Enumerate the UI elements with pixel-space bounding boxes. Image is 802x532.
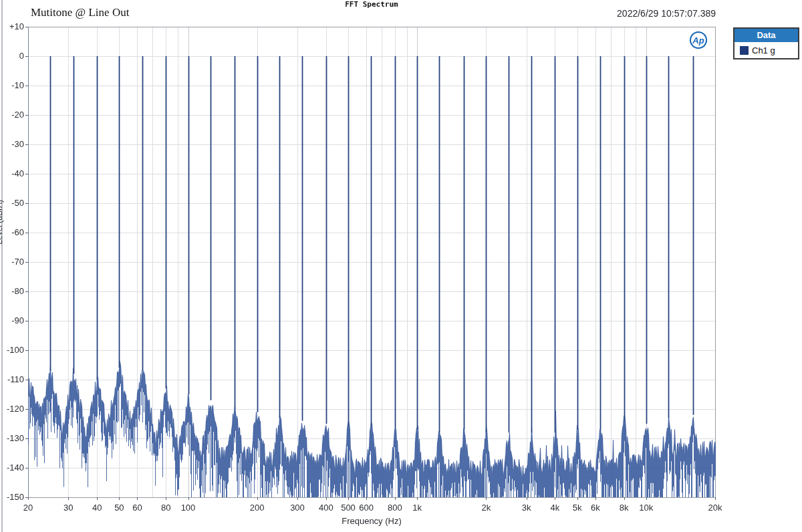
trace-color-swatch-icon — [740, 46, 749, 55]
timestamp: 2022/6/29 10:57:07.389 — [617, 8, 716, 19]
fft-spectrum-window: { "header": { "annotation": "Mutitone @ … — [0, 0, 802, 532]
y-tick-label: -110 — [0, 375, 24, 384]
y-tick-label: -130 — [0, 434, 24, 443]
legend-entry-ch1[interactable]: Ch1 g — [734, 42, 798, 58]
spectrum-plot-area[interactable] — [0, 0, 802, 532]
x-tick-label: 100 — [168, 503, 209, 513]
x-tick-label: 20k — [695, 503, 735, 513]
y-tick-label: -100 — [0, 346, 24, 355]
x-tick-label: 1k — [397, 503, 437, 513]
ap-logo-text: Ap — [692, 35, 704, 45]
y-tick-label: -40 — [0, 169, 24, 178]
y-tick-label: -90 — [0, 316, 24, 325]
y-tick-label: -150 — [0, 493, 24, 502]
x-tick-label: 20 — [8, 503, 48, 513]
page-title: FFT Spectrum — [28, 0, 715, 9]
y-tick-label: -60 — [0, 228, 24, 237]
legend-entry-label: Ch1 g — [752, 45, 775, 55]
y-tick-label: -70 — [0, 257, 24, 267]
x-tick-label: 10k — [626, 503, 666, 513]
y-tick-label: -80 — [0, 287, 24, 296]
x-tick-label: 200 — [237, 503, 277, 513]
ap-logo-icon: Ap — [690, 31, 707, 49]
y-tick-label: -50 — [0, 198, 24, 208]
y-tick-label: -140 — [0, 463, 24, 473]
legend-box: Data Ch1 g — [733, 27, 799, 59]
y-tick-label: +10 — [0, 22, 24, 31]
y-tick-label: -120 — [0, 404, 24, 414]
y-tick-label: -30 — [0, 140, 24, 149]
y-tick-label: -10 — [0, 81, 24, 90]
x-tick-label: 2k — [466, 503, 506, 513]
x-axis-title: Frequency (Hz) — [28, 516, 715, 526]
y-tick-label: 0 — [0, 51, 24, 61]
y-tick-label: -20 — [0, 110, 24, 120]
legend-title: Data — [734, 29, 798, 42]
